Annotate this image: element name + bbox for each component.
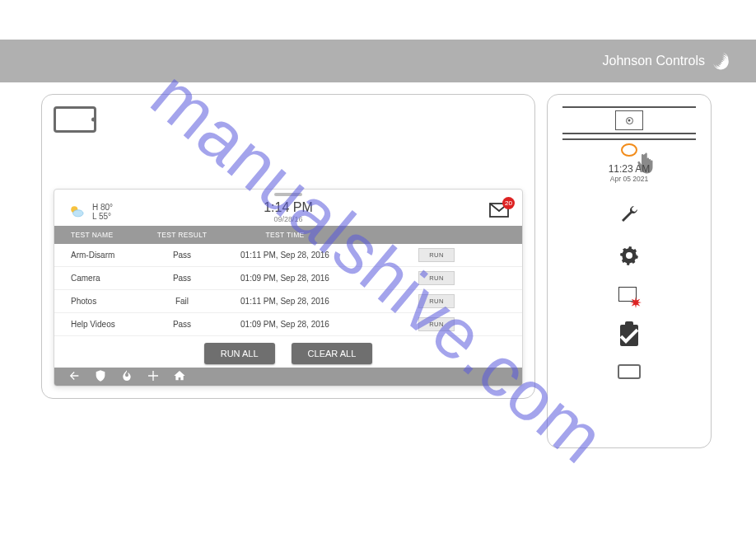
device-screenshot: H 80° L 55° 1:14 PM 09/28/16 20 — [54, 189, 523, 386]
cell-name: Arm-Disarm — [54, 251, 145, 260]
run-button[interactable]: RUN — [418, 248, 454, 262]
cell-time: 01:11 PM, Sep 28, 2016 — [219, 251, 351, 260]
table-row: Help Videos Pass 01:09 PM, Sep 28, 2016 … — [54, 313, 522, 336]
clock-date: 09/28/16 — [264, 215, 313, 223]
table-row: Photos Fail 01:11 PM, Sep 28, 2016 RUN — [54, 290, 522, 313]
device-nav-bar — [54, 368, 522, 386]
table-row: Camera Pass 01:09 PM, Sep 28, 2016 RUN — [54, 267, 522, 290]
side-target-row: 11:23 AM Apr 05 2021 — [562, 138, 696, 183]
brand-swirl-icon — [710, 50, 731, 72]
brand-name: Johnson Controls — [602, 54, 705, 68]
camera-icon[interactable] — [615, 110, 643, 130]
home-icon[interactable] — [173, 369, 186, 386]
cell-name: Camera — [54, 274, 145, 283]
th-name: TEST NAME — [54, 231, 145, 239]
main-card: H 80° L 55° 1:14 PM 09/28/16 20 — [41, 94, 535, 399]
svg-point-1 — [73, 210, 84, 217]
back-icon[interactable] — [68, 369, 81, 386]
side-clock-time: 11:23 AM — [562, 163, 696, 175]
tablet-small-icon[interactable] — [618, 364, 641, 379]
cell-name: Help Videos — [54, 320, 145, 329]
weather-low: L 55° — [92, 212, 113, 221]
cell-name: Photos — [54, 297, 145, 306]
tablet-icon — [54, 106, 96, 133]
clock-time: 1:14 PM — [264, 200, 313, 215]
flame-icon[interactable] — [120, 369, 133, 386]
brand-logo: Johnson Controls — [602, 50, 731, 72]
top-banner: Johnson Controls — [0, 40, 756, 82]
cell-result: Pass — [145, 251, 219, 260]
run-button[interactable]: RUN — [418, 271, 454, 285]
mail-badge: 20 — [502, 197, 515, 209]
touchscreen-icon[interactable] — [618, 287, 640, 307]
clear-all-button[interactable]: CLEAR ALL — [292, 343, 373, 364]
cell-time: 01:09 PM, Sep 28, 2016 — [219, 274, 351, 283]
wrench-icon[interactable] — [619, 204, 639, 227]
side-header-lines — [562, 106, 696, 134]
weather-high: H 80° — [92, 203, 113, 212]
side-card: 11:23 AM Apr 05 2021 — [547, 94, 712, 448]
plus-icon[interactable] — [147, 369, 160, 386]
clock-widget: 1:14 PM 09/28/16 — [264, 200, 313, 223]
run-button[interactable]: RUN — [418, 294, 454, 308]
weather-widget: H 80° L 55° — [68, 203, 113, 221]
table-header: TEST NAME TEST RESULT TEST TIME — [54, 226, 522, 244]
cell-time: 01:09 PM, Sep 28, 2016 — [219, 320, 351, 329]
shield-icon[interactable] — [94, 369, 107, 386]
clipboard-icon[interactable] — [620, 325, 638, 346]
cell-time: 01:11 PM, Sep 28, 2016 — [219, 297, 351, 306]
table-row: Arm-Disarm Pass 01:11 PM, Sep 28, 2016 R… — [54, 244, 522, 267]
th-result: TEST RESULT — [145, 231, 219, 239]
run-button[interactable]: RUN — [418, 317, 454, 331]
cell-result: Pass — [145, 320, 219, 329]
cell-result: Fail — [145, 297, 219, 306]
action-row: RUN ALL CLEAR ALL — [54, 336, 522, 368]
mail-button[interactable]: 20 — [489, 203, 509, 221]
run-all-button[interactable]: RUN ALL — [204, 343, 275, 364]
cell-result: Pass — [145, 274, 219, 283]
device-status-bar: H 80° L 55° 1:14 PM 09/28/16 20 — [54, 196, 522, 226]
gear-icon[interactable] — [619, 246, 639, 269]
weather-icon — [68, 204, 86, 219]
side-clock-date: Apr 05 2021 — [562, 175, 696, 183]
side-icon-list — [618, 204, 641, 379]
th-time: TEST TIME — [219, 231, 351, 239]
